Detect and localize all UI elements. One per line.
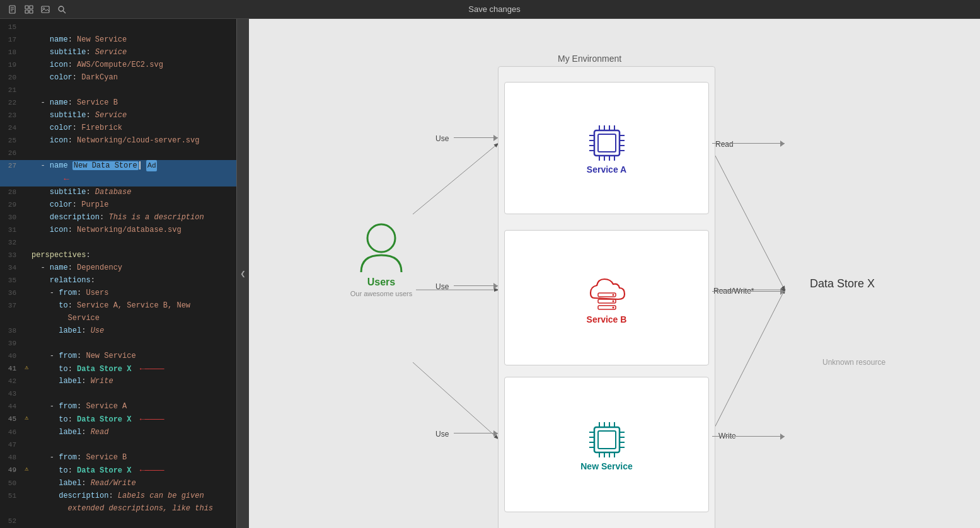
search-icon[interactable] (57, 4, 67, 14)
service-b-label: Service B (587, 314, 627, 324)
arrow-readwrite-head (780, 289, 785, 295)
code-line-52: 52 (0, 515, 236, 528)
edge-use-mid: Use (435, 282, 449, 291)
code-line-38: 38 label: Use (0, 325, 236, 338)
code-line-24: 24 color: Firebrick (0, 122, 236, 135)
code-line-43: 43 (0, 388, 236, 401)
svg-point-42 (612, 306, 614, 308)
arrow-use-bot-head (493, 430, 498, 437)
code-line-44: 44 - from: Service A (0, 401, 236, 413)
arrow-readwrite (712, 291, 785, 292)
svg-rect-4 (25, 6, 28, 9)
service-b-icon (585, 272, 628, 314)
code-line-25: 25 icon: Networking/cloud-server.svg (0, 135, 236, 147)
code-line-30: 30 description: This is a description (0, 212, 236, 224)
code-line-40: 40 - from: New Service (0, 350, 236, 363)
svg-rect-44 (598, 431, 616, 449)
code-line-26: 26 (0, 147, 236, 160)
svg-point-41 (612, 300, 614, 302)
code-line-50: 50 label: Read/Write (0, 478, 236, 490)
editor-panel[interactable]: 15 17 name: New Service 18 subtitle: Ser… (0, 19, 236, 528)
svg-rect-20 (598, 134, 616, 152)
edge-read: Read (715, 140, 734, 149)
diagram-panel: My Environment Users Our awesome users U… (249, 19, 980, 528)
users-label: Users (325, 277, 438, 288)
code-line-35: 35 relations: (0, 275, 236, 287)
code-line-27: 27 - name New Data Store Ad ← (0, 160, 236, 187)
window-title: Save changes (468, 4, 520, 14)
code-line-39: 39 (0, 338, 236, 350)
code-line-37: 37 to: Service A, Service B, New (0, 300, 236, 313)
code-line-49: 49 ⚠ to: Data Store X ←———— (0, 464, 236, 478)
arrow-use-top-head (493, 135, 498, 141)
toolbar-icons (8, 4, 67, 14)
top-bar: Save changes (0, 0, 980, 19)
svg-point-10 (59, 6, 64, 11)
arrow-use-bot (454, 433, 498, 433)
service-a-icon (585, 122, 628, 164)
new-service-label: New Service (580, 461, 633, 471)
code-line-34: 34 - name: Dependency (0, 262, 236, 275)
code-line-48: 48 - from: Service B (0, 452, 236, 464)
code-line-20: 20 color: DarkCyan (0, 72, 236, 84)
users-node: Users Our awesome users (325, 221, 438, 297)
edge-use-top: Use (435, 134, 449, 143)
code-line-41: 41 ⚠ to: Data Store X ←———— (0, 363, 236, 376)
svg-rect-7 (30, 10, 33, 13)
svg-line-14 (413, 362, 498, 439)
arrow-use-top (454, 137, 498, 138)
code-line-51b: extended descriptions, like this (0, 503, 236, 515)
service-b-node: Service B (504, 230, 709, 365)
edge-use-bot: Use (435, 430, 449, 439)
code-line-28: 28 subtitle: Database (0, 187, 236, 199)
code-line-21: 21 (0, 84, 236, 97)
new-service-icon (585, 418, 628, 461)
code-line-36: 36 - from: Users (0, 287, 236, 300)
arrow-write-head (780, 433, 785, 440)
code-line-18: 18 subtitle: Service (0, 47, 236, 59)
image-icon[interactable] (40, 4, 50, 14)
svg-line-17 (709, 290, 785, 439)
users-icon (356, 221, 406, 274)
code-line-32: 32 (0, 237, 236, 250)
svg-rect-5 (30, 6, 33, 9)
document-icon[interactable] (8, 4, 18, 14)
svg-point-18 (367, 224, 395, 252)
code-line-33: 33 perspectives: (0, 250, 236, 262)
svg-line-12 (413, 144, 498, 214)
code-line-47: 47 (0, 439, 236, 452)
code-line-23: 23 subtitle: Service (0, 110, 236, 122)
arrow-use-mid (454, 285, 498, 286)
code-line-51: 51 description: Labels can be given (0, 490, 236, 503)
code-line-46: 46 label: Read (0, 427, 236, 439)
env-label: My Environment (558, 54, 621, 64)
arrow-read (712, 143, 785, 144)
data-store-x-label: Data Store X (810, 277, 875, 290)
code-line-37b: Service (0, 313, 236, 325)
arrow-write (712, 436, 785, 437)
code-line-22: 22 - name: Service B (0, 97, 236, 110)
code-line-29: 29 color: Purple (0, 199, 236, 212)
arrow-use-mid-head (493, 283, 498, 289)
svg-line-15 (709, 144, 785, 290)
service-a-node: Service A (504, 82, 709, 214)
grid-icon[interactable] (24, 4, 34, 14)
panel-collapse-toggle[interactable]: ❮ (236, 19, 249, 528)
new-service-node: New Service (504, 377, 709, 512)
arrow-read-head (780, 141, 785, 147)
code-line-19: 19 icon: AWS/Compute/EC2.svg (0, 59, 236, 72)
service-a-label: Service A (587, 164, 626, 175)
code-line-42: 42 label: Write (0, 376, 236, 388)
code-line-15: 15 (0, 21, 236, 34)
unknown-resource-label: Unknown resource (822, 358, 885, 367)
svg-point-40 (612, 294, 614, 296)
svg-rect-8 (42, 6, 49, 13)
svg-rect-6 (25, 10, 28, 13)
code-line-31: 31 icon: Networking/database.svg (0, 224, 236, 237)
svg-line-11 (63, 11, 66, 13)
code-line-17: 17 name: New Service (0, 34, 236, 47)
code-line-45: 45 ⚠ to: Data Store X ←———— (0, 413, 236, 427)
users-sublabel: Our awesome users (325, 290, 438, 297)
main-area: 15 17 name: New Service 18 subtitle: Ser… (0, 19, 980, 528)
